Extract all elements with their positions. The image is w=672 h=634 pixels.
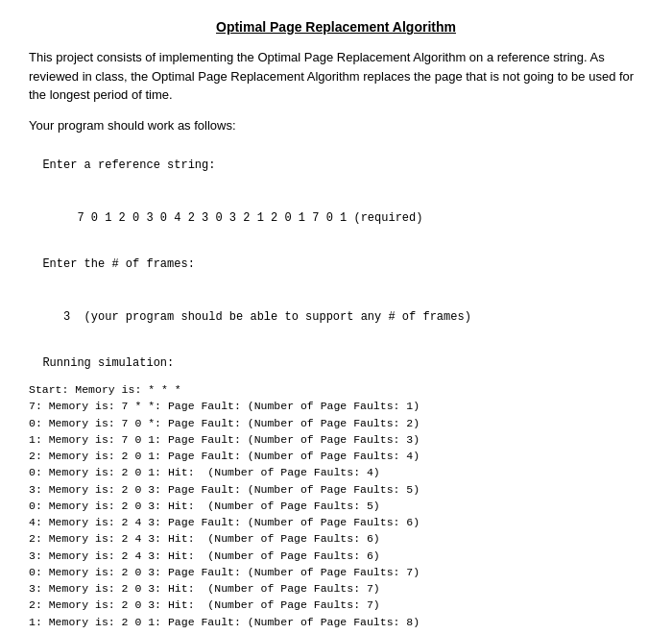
intro-text: This project consists of implementing th…: [29, 48, 643, 105]
page-title: Optimal Page Replacement Algorithm: [29, 19, 643, 35]
program-intro: Your program should work as follows:: [29, 116, 643, 135]
frames-section: Enter the # of frames: 3 (your program s…: [29, 237, 643, 327]
frames-value: 3 (your program should be able to suppor…: [42, 310, 470, 324]
simulation-label: Running simulation:: [29, 336, 643, 372]
frames-label: Enter the # of frames:: [42, 257, 194, 271]
reference-string-section: Enter a reference string: 7 0 1 2 0 3 0 …: [29, 138, 643, 228]
reference-string-label: Enter a reference string:: [42, 158, 215, 172]
reference-string-value: 7 0 1 2 0 3 0 4 2 3 0 3 2 1 2 0 1 7 0 1 …: [42, 211, 422, 225]
simulation-output: Start: Memory is: * * * 7: Memory is: 7 …: [29, 381, 643, 634]
